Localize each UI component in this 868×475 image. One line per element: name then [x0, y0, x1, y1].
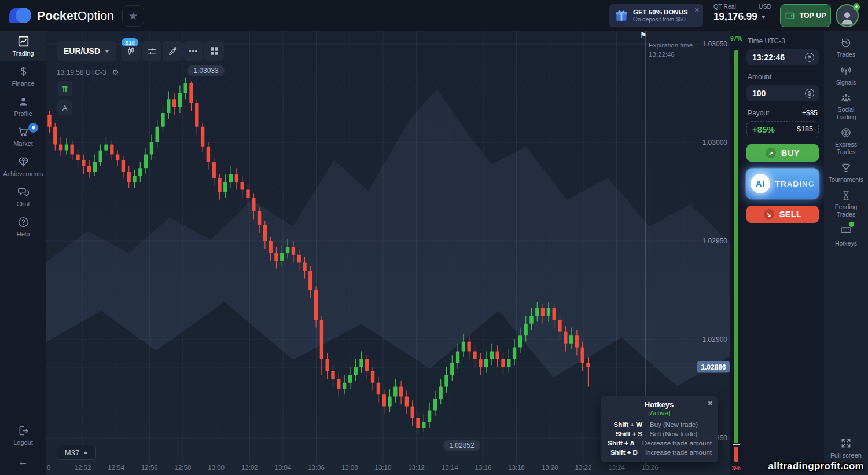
grid-icon: [209, 46, 220, 57]
payout-box: +85% $185: [746, 121, 819, 137]
trade-panel: Time UTC-3 13:22:46 Amount 100 Payout +$…: [742, 31, 824, 475]
user-icon: [838, 9, 856, 26]
sidebar-item-achievements[interactable]: Achievements: [0, 152, 46, 182]
sidebar-item-pending-trades[interactable]: Pending Trades: [827, 189, 865, 218]
sidebar-item-logout[interactable]: Logout: [0, 421, 46, 451]
expiration-time-input[interactable]: 13:22:46: [746, 49, 819, 65]
payout-percent: +85%: [752, 125, 775, 134]
layout-grid-button[interactable]: [204, 41, 224, 61]
sentiment-handle[interactable]: [733, 444, 740, 445]
hotkeys-status: [Active]: [606, 410, 712, 416]
bonus-close-icon[interactable]: [694, 6, 700, 14]
indicators-button[interactable]: [142, 41, 161, 61]
finance-dollar-icon: [17, 65, 30, 78]
sidebar-item-social-trading[interactable]: Social Trading: [827, 92, 865, 120]
gem-icon: [17, 156, 30, 168]
top-up-label: TOP UP: [799, 12, 826, 20]
trading-chart-icon: [17, 35, 30, 48]
indicators-tune-icon: [146, 46, 157, 57]
sidebar-item-express-trades[interactable]: Express Trades: [827, 127, 865, 155]
chevron-up-icon: [83, 451, 88, 454]
sidebar-item-hotkeys[interactable]: Hotkeys: [827, 224, 865, 247]
expiration-flag-icon: [640, 31, 647, 39]
market-cart-icon: [17, 126, 30, 138]
arrow-down-right-icon: [764, 209, 774, 220]
expiration-label: Expiration time: [649, 41, 693, 50]
amount-label: Amount: [748, 73, 819, 81]
bonus-banner[interactable]: GET 50% BONUS On deposit from $50: [609, 4, 703, 27]
trades-list-button[interactable]: [57, 81, 72, 96]
brand-name: PocketOption: [37, 9, 114, 23]
chat-bubbles-icon: [17, 186, 30, 198]
text-tool-button[interactable]: A: [57, 100, 72, 115]
payout-total: $185: [797, 125, 813, 133]
gift-icon: [614, 8, 629, 23]
sidebar-item-chat[interactable]: Chat: [0, 182, 46, 212]
fullscreen-button[interactable]: Full screen: [824, 437, 868, 459]
trophy-icon: [840, 162, 852, 174]
help-question-icon: [17, 216, 30, 228]
chart-side-tools: A: [57, 81, 72, 115]
watermark: alltradingprofit.com: [768, 461, 864, 472]
asset-pair-selector[interactable]: EUR/USD: [57, 41, 116, 61]
pocket-option-logo-icon: [9, 6, 31, 25]
payout-label: Payout: [748, 109, 769, 117]
buy-button[interactable]: BUY: [746, 144, 819, 162]
timeframe-selector[interactable]: M37: [57, 445, 96, 460]
time-label: Time UTC-3: [748, 37, 819, 45]
fullscreen-arrows-icon: [840, 437, 852, 449]
brush-icon: [167, 46, 178, 57]
arrow-up-right-icon: [766, 148, 776, 158]
amount-input[interactable]: 100: [746, 85, 819, 101]
dollar-circle-icon[interactable]: [805, 89, 814, 98]
sidebar-item-trades[interactable]: Trades: [827, 37, 865, 59]
wallet-icon: [785, 10, 795, 21]
pocket-option-app: 1.028861.030331.028521.030501.030001.029…: [0, 0, 868, 475]
target-icon: [840, 127, 852, 138]
hotkey-row: Shift + S Sell (New trade): [606, 429, 712, 439]
hotkey-row: Shift + A Decrease trade amount: [606, 439, 712, 448]
top-up-button[interactable]: TOP UP: [780, 4, 831, 27]
more-tools-button[interactable]: [183, 41, 203, 61]
favorite-star-button[interactable]: [122, 5, 144, 27]
history-icon: [840, 37, 852, 49]
hotkeys-active-dot: [849, 222, 854, 227]
ai-trading-button[interactable]: AI TRADING: [746, 169, 819, 199]
ai-logo-icon: AI: [751, 174, 770, 193]
flag-clock-icon[interactable]: [805, 53, 814, 62]
sell-button[interactable]: SELL: [746, 206, 819, 223]
sidebar-item-market[interactable]: Market: [0, 122, 46, 152]
notification-bell-badge: [28, 123, 38, 133]
sidebar-item-trading[interactable]: Trading: [0, 31, 46, 61]
chart-toolbar: EUR/USD: [57, 41, 224, 61]
gear-icon[interactable]: [112, 68, 119, 76]
hotkeys-popup: Hotkeys [Active] Shift + W Buy (New trad…: [601, 396, 718, 462]
chart-clock: 13:19:58 UTC-3: [57, 68, 119, 76]
sidebar-item-finance[interactable]: Finance: [0, 61, 46, 92]
brand-logo[interactable]: PocketOption: [9, 6, 114, 25]
topbar: PocketOption GET 50% BONUS On deposit fr…: [0, 0, 868, 31]
left-sidebar: Trading Finance Profile Market: [0, 31, 46, 475]
right-sidebar: Trades Signals Social Trading Express Tr…: [824, 31, 868, 475]
sentiment-green-bar: [734, 50, 738, 443]
balance-widget[interactable]: QT Real USD 19,176.99: [713, 3, 771, 23]
sidebar-item-signals[interactable]: Signals: [827, 65, 865, 86]
expiration-time: 13:22:46: [649, 50, 693, 59]
logout-icon: [17, 425, 30, 437]
drawing-tools-button[interactable]: [163, 41, 182, 61]
balance-value: 19,176.99: [713, 11, 757, 23]
collapse-sidebar-icon[interactable]: [0, 451, 46, 475]
sidebar-item-profile[interactable]: Profile: [0, 92, 46, 122]
profile-person-icon: [17, 96, 30, 108]
hotkeys-title: Hotkeys: [606, 400, 712, 409]
sidebar-item-help[interactable]: Help: [0, 212, 46, 242]
sentiment-up-value: 97%: [730, 35, 742, 42]
sidebar-item-tournaments[interactable]: Tournaments: [827, 162, 865, 184]
bell-icon: [31, 125, 36, 131]
antenna-icon: [840, 65, 852, 76]
ellipsis-icon: [189, 46, 198, 56]
candlestick-icon: [126, 46, 137, 57]
bonus-subtitle: On deposit from $50: [633, 16, 688, 23]
close-icon[interactable]: [708, 400, 713, 407]
hotkey-row: Shift + D Increase trade amount: [606, 448, 712, 457]
